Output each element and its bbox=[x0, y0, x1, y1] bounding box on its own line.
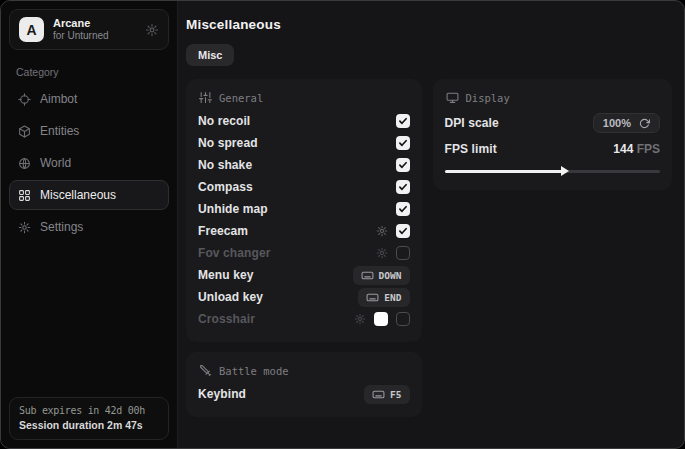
setting-controls bbox=[396, 180, 410, 194]
screen: A Arcane for Unturned Category AimbotEnt… bbox=[0, 0, 685, 449]
checkbox[interactable] bbox=[396, 202, 410, 216]
setting-controls bbox=[396, 136, 410, 150]
app-name: Arcane bbox=[53, 17, 136, 30]
dpi-scale-row: DPI scale 100% bbox=[445, 110, 661, 136]
slider-fill bbox=[445, 170, 564, 173]
keybind-button[interactable]: F5 bbox=[364, 385, 409, 404]
sidebar-spacer bbox=[9, 242, 169, 397]
setting-controls bbox=[396, 158, 410, 172]
setting-controls: F5 bbox=[364, 385, 409, 404]
sidebar-item-entities[interactable]: Entities bbox=[9, 116, 169, 146]
gear-icon bbox=[18, 221, 31, 234]
checkbox[interactable] bbox=[396, 114, 410, 128]
slider-thumb[interactable] bbox=[561, 166, 569, 176]
main-content: Miscellaneous Misc General bbox=[178, 1, 684, 448]
setting-label: Freecam bbox=[198, 224, 248, 238]
setting-controls: DOWN bbox=[353, 266, 410, 285]
gear-icon[interactable] bbox=[145, 23, 159, 37]
gear-icon[interactable] bbox=[376, 225, 388, 237]
setting-controls bbox=[376, 246, 410, 260]
battle-mode-card: Battle mode KeybindF5 bbox=[186, 352, 422, 417]
setting-controls: END bbox=[358, 288, 409, 307]
setting-label: Crosshair bbox=[198, 312, 255, 326]
gear-icon[interactable] bbox=[354, 313, 366, 325]
display-card-header: Display bbox=[446, 91, 661, 104]
keybind-value: END bbox=[384, 292, 401, 303]
color-swatch[interactable] bbox=[374, 312, 388, 326]
setting-label: No recoil bbox=[198, 114, 250, 128]
checkbox[interactable] bbox=[396, 180, 410, 194]
sidebar-item-settings[interactable]: Settings bbox=[9, 212, 169, 242]
left-column: General No recoilNo spreadNo shakeCompas… bbox=[186, 79, 422, 417]
dpi-scale-button[interactable]: 100% bbox=[593, 113, 660, 133]
general-card-header: General bbox=[199, 91, 410, 104]
page-title: Miscellaneous bbox=[186, 17, 672, 32]
setting-row: KeybindF5 bbox=[198, 383, 410, 405]
setting-label: Keybind bbox=[198, 387, 246, 401]
keybind-value: DOWN bbox=[379, 270, 402, 281]
sidebar-item-label: Miscellaneous bbox=[40, 188, 116, 202]
fps-limit-value: 144 FPS bbox=[613, 142, 660, 156]
app-logo-card[interactable]: A Arcane for Unturned bbox=[9, 9, 169, 50]
sidebar-item-miscellaneous[interactable]: Miscellaneous bbox=[9, 180, 169, 210]
globe-icon bbox=[18, 157, 31, 170]
keybind-button[interactable]: END bbox=[358, 288, 409, 307]
keyboard-icon bbox=[366, 291, 379, 304]
setting-row: Crosshair bbox=[198, 308, 410, 330]
sword-icon bbox=[199, 364, 212, 377]
app-subtitle: for Unturned bbox=[53, 30, 136, 42]
tab-bar: Misc bbox=[186, 44, 672, 66]
fps-limit-label: FPS limit bbox=[445, 142, 497, 156]
keybind-button[interactable]: DOWN bbox=[353, 266, 410, 285]
keyboard-icon bbox=[372, 388, 385, 401]
setting-row: Unhide map bbox=[198, 198, 410, 220]
setting-label: Unload key bbox=[198, 290, 263, 304]
sidebar-item-label: Aimbot bbox=[40, 92, 77, 106]
setting-label: No spread bbox=[198, 136, 258, 150]
sidebar-item-world[interactable]: World bbox=[9, 148, 169, 178]
general-rows: No recoilNo spreadNo shakeCompassUnhide … bbox=[198, 110, 410, 330]
setting-controls bbox=[376, 224, 410, 238]
sidebar: A Arcane for Unturned Category AimbotEnt… bbox=[1, 1, 178, 448]
checkbox[interactable] bbox=[396, 158, 410, 172]
sidebar-item-label: World bbox=[40, 156, 71, 170]
subscription-status-card: Sub expires in 42d 00h Session duration … bbox=[9, 397, 169, 440]
sidebar-item-aimbot[interactable]: Aimbot bbox=[9, 84, 169, 114]
monitor-icon bbox=[446, 91, 459, 104]
checkbox[interactable] bbox=[396, 136, 410, 150]
keybind-value: F5 bbox=[390, 389, 401, 400]
general-card-title: General bbox=[219, 92, 263, 104]
category-nav: AimbotEntitiesWorldMiscellaneousSettings bbox=[9, 84, 169, 242]
fps-limit-unit: FPS bbox=[637, 142, 660, 156]
setting-row: No spread bbox=[198, 132, 410, 154]
setting-label: No shake bbox=[198, 158, 252, 172]
session-duration-text: Session duration 2m 47s bbox=[19, 419, 159, 431]
refresh-icon bbox=[639, 118, 650, 129]
checkbox[interactable] bbox=[396, 312, 410, 326]
cube-icon bbox=[18, 125, 31, 138]
gear-icon[interactable] bbox=[376, 247, 388, 259]
sub-expires-text: Sub expires in 42d 00h bbox=[19, 405, 159, 416]
dpi-scale-value: 100% bbox=[603, 117, 631, 129]
setting-label: Fov changer bbox=[198, 246, 270, 260]
setting-row: Menu keyDOWN bbox=[198, 264, 410, 286]
setting-label: Menu key bbox=[198, 268, 254, 282]
setting-label: Unhide map bbox=[198, 202, 268, 216]
checkbox[interactable] bbox=[396, 224, 410, 238]
grid-icon bbox=[18, 189, 31, 202]
tab-misc[interactable]: Misc bbox=[186, 44, 234, 66]
category-label: Category bbox=[16, 66, 169, 78]
app-avatar: A bbox=[19, 17, 44, 42]
fps-limit-slider[interactable] bbox=[445, 164, 661, 178]
app-identity: Arcane for Unturned bbox=[53, 17, 136, 41]
crosshair-icon bbox=[18, 93, 31, 106]
checkbox[interactable] bbox=[396, 246, 410, 260]
setting-label: Compass bbox=[198, 180, 253, 194]
sliders-icon bbox=[199, 91, 212, 104]
setting-row: Compass bbox=[198, 176, 410, 198]
general-card: General No recoilNo spreadNo shakeCompas… bbox=[186, 79, 422, 342]
setting-row: Freecam bbox=[198, 220, 410, 242]
keyboard-icon bbox=[361, 269, 374, 282]
display-card: Display DPI scale 100% bbox=[433, 79, 673, 190]
battle-mode-card-header: Battle mode bbox=[199, 364, 410, 377]
